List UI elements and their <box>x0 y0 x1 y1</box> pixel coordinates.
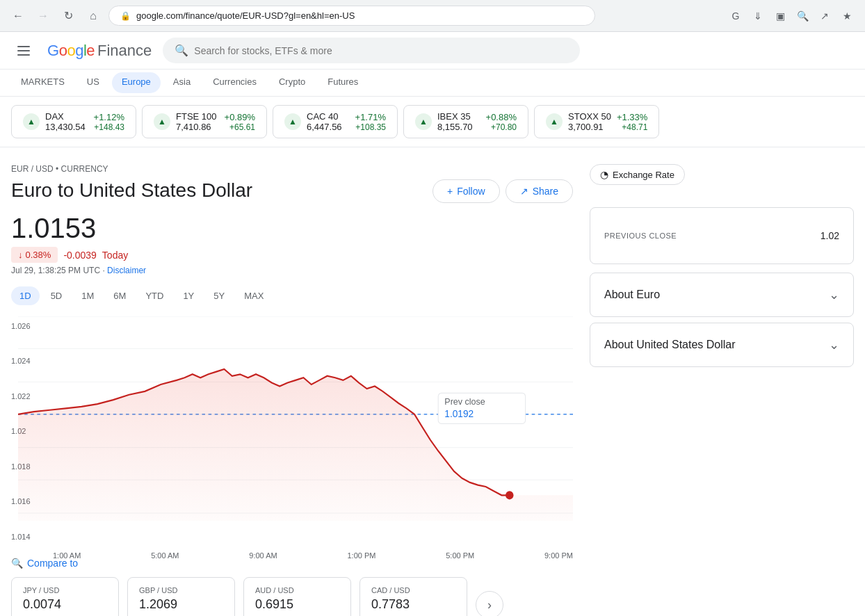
svg-point-8 <box>506 491 513 499</box>
bookmark-icon[interactable]: ★ <box>837 6 857 26</box>
timestamp-text: Jul 29, 1:38:25 PM UTC · <box>11 266 107 275</box>
ticker-abs: +108.35 <box>355 122 386 132</box>
follow-label: Follow <box>457 186 485 197</box>
app-header: Google Finance 🔍 <box>0 32 865 70</box>
download-icon[interactable]: ⇓ <box>748 6 768 26</box>
content-left: EUR / USD • CURRENCY Euro to United Stat… <box>11 164 573 616</box>
about-usd-header: About United States Dollar ⌄ <box>604 337 839 352</box>
nav-tabs: MARKETS US Europe Asia Currencies Crypto… <box>0 70 865 97</box>
x-label: 5:00 PM <box>446 551 474 560</box>
compare-card-gbp[interactable]: GBP / USD 1.2069 GBP ↓0.86% <box>127 577 235 616</box>
forward-button[interactable]: → <box>33 6 53 26</box>
tab-asia[interactable]: Asia <box>163 70 200 96</box>
ticker-changes: +1.12% +148.43 <box>94 112 124 132</box>
ticker-info: IBEX 35 8,155.70 <box>437 111 480 132</box>
ticker-ftse[interactable]: ▲ FTSE 100 7,410.86 +0.89% +65.61 <box>142 105 267 138</box>
compare-cards-row: JPY / USD 0.0074 JPY ↓0.033% GBP / USD 1… <box>11 577 573 616</box>
ticker-up-icon: ▲ <box>23 113 40 130</box>
price-main: 1.0153 <box>11 213 573 244</box>
previous-close-label: PREVIOUS CLOSE <box>604 232 677 240</box>
page-title: Euro to United States Dollar <box>11 179 252 202</box>
tab-currencies[interactable]: Currencies <box>203 70 266 96</box>
about-usd-accordion[interactable]: About United States Dollar ⌄ <box>590 323 854 367</box>
time-btn-5y[interactable]: 5Y <box>205 286 233 305</box>
about-usd-title: About United States Dollar <box>604 339 736 351</box>
time-btn-1y[interactable]: 1Y <box>175 286 202 305</box>
chart-x-labels: 1:00 AM 5:00 AM 9:00 AM 1:00 PM 5:00 PM … <box>53 549 573 562</box>
menu-line <box>17 46 30 47</box>
ticker-stoxx[interactable]: ▲ STOXX 50 3,700.91 +1.33% +48.71 <box>534 105 659 138</box>
ticker-pct: +1.71% <box>355 112 386 122</box>
compare-card-jpy[interactable]: JPY / USD 0.0074 JPY ↓0.033% <box>11 577 119 616</box>
search-input[interactable] <box>194 45 568 56</box>
ticker-name: DAX <box>45 111 88 122</box>
time-btn-max[interactable]: MAX <box>236 286 272 305</box>
compare-next-button[interactable]: › <box>476 591 503 616</box>
compare-card-aud[interactable]: AUD / USD 0.6915 AUD ↓1.18% <box>243 577 351 616</box>
ticker-value: 7,410.86 <box>176 122 219 132</box>
search-bar[interactable]: 🔍 <box>163 38 580 63</box>
exchange-rate-label: Exchange Rate <box>613 170 674 180</box>
chevron-down-icon: ⌄ <box>829 337 839 352</box>
previous-close-value: 1.02 <box>820 230 839 241</box>
ticker-up-icon: ▲ <box>546 113 563 130</box>
finance-label: Finance <box>97 42 152 60</box>
ticker-cac[interactable]: ▲ CAC 40 6,447.56 +1.71% +108.35 <box>273 105 398 138</box>
tab-crypto[interactable]: Crypto <box>269 70 315 96</box>
tab-europe[interactable]: Europe <box>112 72 161 93</box>
ticker-name: FTSE 100 <box>176 111 219 122</box>
ticker-abs: +48.71 <box>617 122 647 132</box>
search-icon: 🔍 <box>11 558 23 569</box>
follow-button[interactable]: + Follow <box>432 179 500 203</box>
ticker-abs: +148.43 <box>94 122 124 132</box>
tab-futures[interactable]: Futures <box>318 70 368 96</box>
browser-chrome: ← → ↻ ⌂ 🔒 google.com/finance/quote/EUR-U… <box>0 0 865 32</box>
share-icon: ↗ <box>520 186 528 197</box>
address-bar[interactable]: 🔒 google.com/finance/quote/EUR-USD?gl=en… <box>108 6 595 26</box>
ticker-pct: +1.12% <box>94 112 124 122</box>
logo-link[interactable]: Google Finance <box>47 42 152 60</box>
search-icon: 🔍 <box>175 44 188 57</box>
compare-value: 1.2069 <box>139 597 223 612</box>
exchange-rate-badge[interactable]: ◔ Exchange Rate <box>590 164 685 185</box>
screenshot-icon[interactable]: ▣ <box>770 6 790 26</box>
ticker-info: FTSE 100 7,410.86 <box>176 111 219 132</box>
time-btn-1m[interactable]: 1M <box>73 286 102 305</box>
x-label: 9:00 AM <box>249 551 277 560</box>
previous-close-row: PREVIOUS CLOSE 1.02 <box>604 222 839 250</box>
share-browser-icon[interactable]: ↗ <box>815 6 834 26</box>
home-button[interactable]: ⌂ <box>83 6 103 26</box>
tab-us[interactable]: US <box>77 70 109 96</box>
time-btn-6m[interactable]: 6M <box>105 286 134 305</box>
previous-close-card: PREVIOUS CLOSE 1.02 <box>590 207 854 264</box>
exchange-rate-badge-container: ◔ Exchange Rate <box>590 164 854 196</box>
back-button[interactable]: ← <box>8 6 28 26</box>
google-icon[interactable]: G <box>726 6 745 26</box>
change-pct: 0.38% <box>26 250 51 260</box>
zoom-icon[interactable]: 🔍 <box>793 6 812 26</box>
compare-pair: GBP / USD <box>139 586 223 594</box>
ticker-pct: +0.88% <box>486 112 517 122</box>
ticker-ibex[interactable]: ▲ IBEX 35 8,155.70 +0.88% +70.80 <box>403 105 528 138</box>
logo-text: Google <box>47 42 95 60</box>
ticker-name: IBEX 35 <box>437 111 480 122</box>
time-btn-5d[interactable]: 5D <box>42 286 71 305</box>
compare-pair: JPY / USD <box>23 586 107 594</box>
disclaimer-link[interactable]: Disclaimer <box>107 266 146 275</box>
tab-markets[interactable]: MARKETS <box>11 70 74 96</box>
reload-button[interactable]: ↻ <box>58 6 78 26</box>
ticker-up-icon: ▲ <box>415 113 432 130</box>
ticker-dax[interactable]: ▲ DAX 13,430.54 +1.12% +148.43 <box>11 105 136 138</box>
ticker-value: 6,447.56 <box>307 122 350 132</box>
menu-button[interactable] <box>11 38 36 63</box>
compare-card-cad[interactable]: CAD / USD 0.7783 CAD ↓0.31% <box>359 577 467 616</box>
compare-value: 0.0074 <box>23 597 107 612</box>
breadcrumb: EUR / USD • CURRENCY <box>11 164 573 174</box>
about-euro-accordion[interactable]: About Euro ⌄ <box>590 273 854 317</box>
compare-value: 0.6915 <box>255 597 339 612</box>
time-btn-ytd[interactable]: YTD <box>137 286 172 305</box>
share-button[interactable]: ↗ Share <box>506 179 573 203</box>
chart-wrapper[interactable]: Prev close 1.0192 1:00 AM 5:00 AM 9:00 A… <box>18 316 573 546</box>
about-euro-header: About Euro ⌄ <box>604 287 839 302</box>
time-btn-1d[interactable]: 1D <box>11 286 40 305</box>
